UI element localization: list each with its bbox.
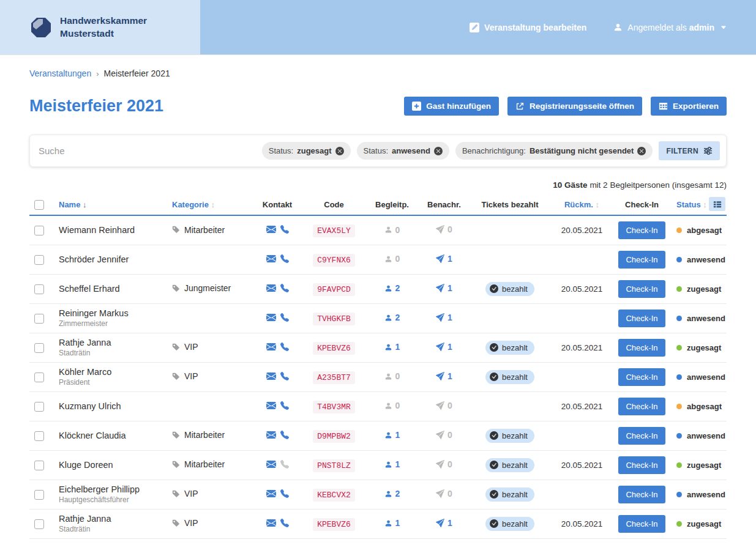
filter-chip-notification[interactable]: Benachrichtigung:Bestätigung nicht gesen…	[455, 142, 653, 160]
companions-count: 1	[395, 430, 400, 440]
breadcrumb-separator: ›	[96, 69, 99, 78]
add-guest-button[interactable]: Gast hinzufügen	[404, 97, 499, 116]
category-wrap: VIP	[172, 342, 198, 352]
checkin-button[interactable]: Check-In	[618, 515, 665, 533]
checkin-button[interactable]: Check-In	[618, 456, 665, 474]
notifications-count: 1	[447, 371, 452, 381]
breadcrumb-parent-link[interactable]: Veranstaltungen	[29, 69, 91, 78]
paper-plane-icon	[436, 372, 444, 380]
phone-icon[interactable]	[280, 460, 289, 469]
checkin-button[interactable]: Check-In	[618, 221, 665, 239]
column-header-name[interactable]: Name ↓	[59, 195, 167, 215]
search-input[interactable]	[39, 146, 256, 156]
row-checkbox[interactable]	[34, 461, 44, 470]
row-checkbox[interactable]	[34, 431, 44, 441]
status-badge: abgesagt	[670, 226, 722, 235]
phone-icon[interactable]	[280, 313, 289, 322]
row-checkbox[interactable]	[34, 490, 44, 500]
envelope-icon[interactable]	[266, 224, 276, 234]
row-checkbox[interactable]	[34, 402, 44, 412]
phone-icon[interactable]	[280, 343, 289, 351]
checkin-button[interactable]: Check-In	[618, 368, 665, 386]
notifications-count: 0	[447, 459, 452, 469]
filter-chip-status-zugesagt[interactable]: Status:zugesagt	[262, 142, 351, 160]
envelope-icon[interactable]	[266, 489, 276, 499]
phone-icon[interactable]	[280, 284, 289, 292]
row-checkbox[interactable]	[34, 255, 44, 265]
check-circle-icon	[490, 519, 498, 528]
checkin-button[interactable]: Check-In	[618, 427, 665, 445]
checkin-button[interactable]: Check-In	[618, 310, 665, 327]
column-settings-button[interactable]	[709, 197, 725, 211]
filter-chip-status-anwesend[interactable]: Status:anwesend	[357, 142, 449, 160]
export-button[interactable]: Exportieren	[651, 97, 727, 116]
paper-plane-icon	[436, 343, 444, 351]
paid-badge: bezahlt	[485, 370, 534, 384]
status-label: abgesagt	[687, 402, 722, 411]
check-circle-icon	[490, 343, 498, 352]
phone-icon[interactable]	[280, 254, 289, 263]
checkin-button[interactable]: Check-In	[618, 280, 665, 298]
notifications-wrap: 1	[436, 518, 452, 528]
column-header-response[interactable]: Rückm. ↕	[550, 195, 614, 215]
user-menu[interactable]: Angemeldet als admin	[613, 23, 727, 32]
checkin-button[interactable]: Check-In	[618, 339, 665, 357]
column-header-status[interactable]: Status ↕	[670, 195, 727, 215]
row-checkbox[interactable]	[34, 226, 44, 235]
person-icon	[613, 23, 623, 32]
status-badge: zugesagt	[670, 284, 721, 294]
sort-both-icon: ↕	[703, 200, 707, 209]
phone-icon[interactable]	[280, 519, 289, 527]
column-header-category[interactable]: Kategorie ↕	[167, 195, 253, 215]
x-circle-icon[interactable]	[434, 147, 443, 155]
paid-label: bezahlt	[502, 490, 528, 499]
envelope-icon[interactable]	[266, 313, 276, 322]
row-checkbox[interactable]	[34, 314, 44, 324]
status-label: anwesend	[687, 490, 725, 499]
companions-count: 0	[395, 371, 400, 381]
guest-code: A235BT7	[313, 371, 355, 384]
x-circle-icon[interactable]	[637, 147, 646, 155]
table-row: Wiemann Reinhard Mitarbeiter EVAX5LY	[29, 215, 727, 245]
notifications-count: 1	[447, 518, 452, 528]
envelope-icon[interactable]	[266, 430, 276, 440]
phone-icon[interactable]	[280, 401, 289, 410]
notifications-wrap: 0	[436, 489, 452, 499]
row-checkbox[interactable]	[34, 343, 44, 353]
external-link-icon	[515, 102, 525, 111]
logo[interactable]: Handwerkskammer Musterstadt	[0, 0, 200, 54]
row-checkbox[interactable]	[34, 284, 44, 294]
edit-event-link[interactable]: Veranstaltung bearbeiten	[470, 23, 586, 32]
envelope-icon[interactable]	[266, 371, 276, 381]
companions-wrap: 2	[384, 489, 400, 499]
checkin-button[interactable]: Check-In	[618, 486, 665, 503]
row-checkbox[interactable]	[34, 373, 44, 382]
checkin-button[interactable]: Check-In	[618, 398, 665, 415]
envelope-icon[interactable]	[266, 283, 276, 293]
contact-wrap	[266, 254, 289, 264]
envelope-icon[interactable]	[266, 401, 276, 410]
phone-icon[interactable]	[280, 372, 289, 380]
open-registration-button[interactable]: Registrierungsseite öffnen	[507, 97, 642, 116]
envelope-icon[interactable]	[266, 459, 276, 469]
paid-badge: bezahlt	[485, 488, 534, 502]
contact-wrap	[266, 342, 289, 352]
envelope-icon[interactable]	[266, 254, 276, 264]
phone-icon[interactable]	[280, 431, 289, 439]
filter-button[interactable]: FILTERN	[659, 141, 720, 160]
row-checkbox[interactable]	[34, 519, 44, 529]
envelope-icon[interactable]	[266, 342, 276, 352]
companions-wrap: 2	[384, 283, 400, 293]
select-all-checkbox[interactable]	[34, 200, 44, 210]
notifications-wrap: 1	[436, 254, 452, 264]
paid-badge: bezahlt	[485, 341, 534, 355]
guest-code: TVHGKFB	[313, 313, 355, 325]
notifications-wrap: 0	[436, 224, 452, 234]
checkin-button[interactable]: Check-In	[618, 251, 665, 269]
envelope-icon[interactable]	[266, 518, 276, 528]
guest-name: Wiemann Reinhard	[59, 225, 167, 235]
companions-wrap: 0	[384, 225, 400, 235]
x-circle-icon[interactable]	[335, 147, 344, 155]
phone-icon[interactable]	[280, 225, 289, 234]
phone-icon[interactable]	[280, 489, 289, 498]
